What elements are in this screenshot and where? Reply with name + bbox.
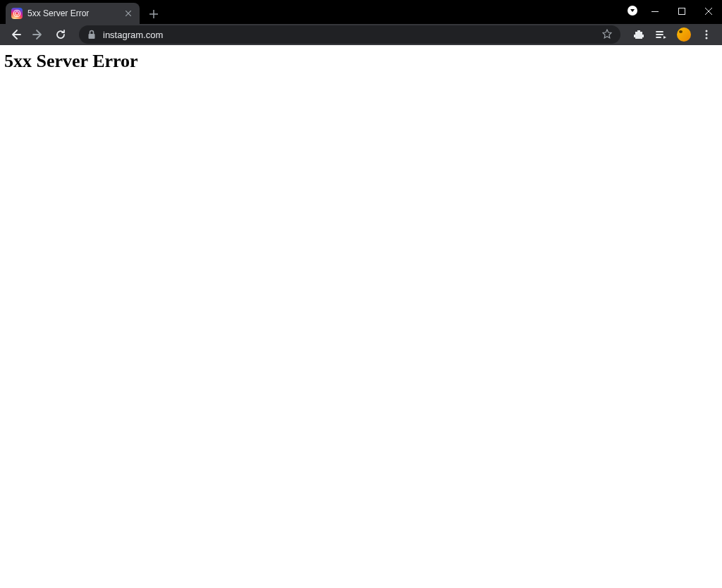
error-heading: 5xx Server Error [4, 51, 718, 72]
window-controls [642, 0, 722, 23]
browser-toolbar: instagram.com [0, 24, 722, 45]
toolbar-right [629, 25, 716, 44]
menu-button[interactable] [697, 25, 716, 44]
svg-point-4 [706, 34, 708, 36]
back-button[interactable] [6, 25, 25, 44]
url-text: instagram.com [103, 30, 595, 40]
address-bar[interactable]: instagram.com [79, 25, 620, 44]
svg-rect-1 [679, 8, 685, 15]
svg-point-3 [706, 30, 708, 32]
forward-button[interactable] [28, 25, 48, 44]
close-window-button[interactable] [695, 0, 722, 23]
svg-rect-0 [651, 11, 659, 12]
minimize-button[interactable] [642, 0, 668, 23]
svg-rect-2 [89, 34, 95, 39]
maximize-button[interactable] [668, 0, 695, 23]
profile-avatar[interactable] [674, 25, 694, 44]
svg-point-5 [706, 37, 708, 39]
reload-button[interactable] [51, 25, 71, 44]
browser-tab[interactable]: 5xx Server Error [6, 3, 140, 24]
extensions-icon[interactable] [629, 25, 649, 44]
bookmark-star-icon[interactable] [602, 29, 612, 41]
tab-close-button[interactable] [123, 8, 134, 19]
account-indicator-icon[interactable] [628, 6, 637, 16]
page-content: 5xx Server Error [0, 45, 722, 588]
media-control-icon[interactable] [651, 25, 671, 44]
browser-titlebar: 5xx Server Error [0, 0, 722, 24]
tab-title: 5xx Server Error [27, 8, 118, 18]
instagram-favicon-icon [11, 8, 23, 19]
new-tab-button[interactable] [144, 4, 164, 24]
lock-icon [87, 30, 96, 39]
